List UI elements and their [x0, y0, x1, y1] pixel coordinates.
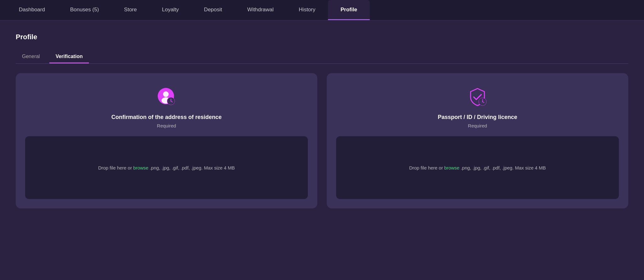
svg-point-7: [171, 101, 172, 102]
address-drop-before: Drop file here or: [98, 165, 133, 170]
tab-divider: [16, 63, 628, 64]
passport-icon: [467, 86, 488, 108]
nav-item-dashboard[interactable]: Dashboard: [6, 0, 57, 20]
nav-item-deposit[interactable]: Deposit: [191, 0, 235, 20]
passport-card: Passport / ID / Driving licence Required…: [327, 73, 628, 208]
nav-item-profile[interactable]: Profile: [328, 0, 370, 20]
address-drop-after: .png, .jpg, .gif, .pdf, .jpeg. Max size …: [148, 165, 235, 170]
nav-item-loyalty[interactable]: Loyalty: [149, 0, 191, 20]
tab-verification[interactable]: Verification: [49, 51, 89, 63]
address-card-subtitle: Required: [157, 123, 176, 128]
address-icon: [156, 86, 177, 108]
cards-container: Confirmation of the address of residence…: [16, 73, 628, 208]
address-drop-text: Drop file here or browse .png, .jpg, .gi…: [98, 165, 235, 170]
passport-card-subtitle: Required: [468, 123, 487, 128]
nav-item-bonuses[interactable]: Bonuses (5): [57, 0, 112, 20]
main-content: Profile General Verification: [0, 20, 644, 221]
address-card: Confirmation of the address of residence…: [16, 73, 317, 208]
nav-item-history[interactable]: History: [286, 0, 328, 20]
passport-drop-before: Drop file here or: [409, 165, 444, 170]
nav-item-withdrawal[interactable]: Withdrawal: [235, 0, 286, 20]
passport-drop-zone[interactable]: Drop file here or browse .png, .jpg, .gi…: [336, 136, 619, 199]
tab-general[interactable]: General: [16, 51, 46, 63]
page-title: Profile: [16, 33, 628, 41]
passport-card-title: Passport / ID / Driving licence: [438, 114, 517, 121]
nav-item-store[interactable]: Store: [112, 0, 150, 20]
top-navigation: Dashboard Bonuses (5) Store Loyalty Depo…: [0, 0, 644, 20]
passport-drop-after: .png, .jpg, .gif, .pdf, .jpeg. Max size …: [459, 165, 546, 170]
address-browse-link[interactable]: browse: [133, 165, 148, 170]
sub-tabs: General Verification: [16, 51, 628, 63]
svg-point-12: [482, 101, 483, 102]
svg-point-1: [163, 91, 169, 97]
passport-drop-text: Drop file here or browse .png, .jpg, .gi…: [409, 165, 546, 170]
address-drop-zone[interactable]: Drop file here or browse .png, .jpg, .gi…: [25, 136, 308, 199]
passport-browse-link[interactable]: browse: [444, 165, 459, 170]
address-card-title: Confirmation of the address of residence: [111, 114, 221, 121]
